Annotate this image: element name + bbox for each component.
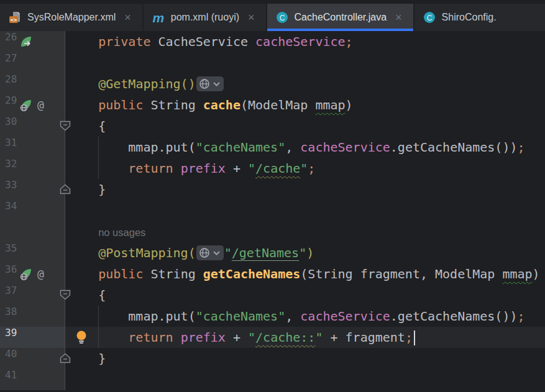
- line-number[interactable]: 32: [5, 158, 17, 170]
- tab-cachecontroller-java[interactable]: CCacheController.java×: [267, 4, 413, 31]
- gutter[interactable]: 33: [0, 179, 65, 200]
- code-token: ": [224, 245, 232, 260]
- code-line-content[interactable]: @GetMapping(): [65, 73, 545, 94]
- line-number[interactable]: 35: [5, 242, 17, 254]
- code-token: /getNames: [232, 245, 299, 260]
- code-line-content[interactable]: return prefix + "/cache::" + fragment;: [65, 327, 545, 348]
- tab-shiroconfig[interactable]: CShiroConfig.: [414, 4, 545, 31]
- gutter[interactable]: 31: [0, 137, 65, 158]
- gutter[interactable]: 28: [0, 73, 65, 94]
- line-number[interactable]: 28: [5, 73, 17, 85]
- spring-mvc-globe-icon[interactable]: [19, 98, 33, 112]
- editor-line-31: 31 mmap.put("cacheNames", cacheService.g…: [0, 137, 545, 158]
- code-token: [173, 330, 181, 345]
- code-token: prefix: [181, 330, 226, 345]
- code-line-content[interactable]: {: [65, 116, 545, 137]
- code-line-content[interactable]: }: [65, 348, 545, 369]
- line-number[interactable]: 34: [5, 200, 17, 212]
- editor-line-40: 40 }: [0, 348, 545, 369]
- at-annotation-icon[interactable]: @: [37, 267, 51, 281]
- tab-sysrolemapper-xml[interactable]: <>SysRoleMapper.xml×: [0, 4, 142, 31]
- spring-bean-arrow-icon[interactable]: [19, 35, 33, 48]
- code-token: public: [98, 98, 143, 112]
- code-line-content[interactable]: public String cache(ModelMap mmap): [65, 94, 545, 116]
- code-line-content[interactable]: no usages: [65, 221, 545, 242]
- code-line-content[interactable]: @PostMapping("/getNames"): [65, 242, 545, 263]
- gutter[interactable]: [0, 221, 65, 242]
- gutter[interactable]: 39: [0, 327, 65, 348]
- at-annotation-icon[interactable]: @: [37, 98, 51, 112]
- code-line-content[interactable]: private CacheService cacheService;: [65, 31, 545, 52]
- url-mapping-badge[interactable]: [196, 76, 224, 91]
- line-number[interactable]: 30: [5, 116, 17, 127]
- line-number[interactable]: 41: [5, 369, 17, 381]
- gutter[interactable]: 38: [0, 306, 65, 327]
- code-line-content[interactable]: }: [65, 179, 545, 200]
- line-number[interactable]: 40: [5, 348, 17, 360]
- code-line-content[interactable]: [65, 200, 545, 221]
- intention-bulb-icon[interactable]: [75, 330, 88, 345]
- code-line-content[interactable]: [65, 52, 545, 73]
- fold-start-marker[interactable]: [60, 121, 71, 131]
- code-line-content[interactable]: mmap.put("cacheNames", cacheService.getC…: [65, 137, 545, 158]
- code-token: /cache::: [255, 330, 315, 345]
- line-number[interactable]: 39: [5, 327, 17, 339]
- code-token: getCacheNames: [203, 267, 301, 281]
- code-token: {: [68, 119, 106, 134]
- gutter[interactable]: 30: [0, 116, 65, 137]
- line-number[interactable]: 33: [5, 179, 17, 191]
- gutter[interactable]: 32: [0, 158, 65, 179]
- gutter[interactable]: 37: [0, 285, 65, 306]
- code-token: {: [68, 288, 106, 303]
- java-class-icon: C: [275, 11, 289, 24]
- gutter[interactable]: 27: [0, 52, 65, 73]
- editor-line-27: 27: [0, 52, 545, 73]
- gutter[interactable]: 34: [0, 200, 65, 221]
- tab-close-icon[interactable]: ×: [248, 12, 255, 23]
- url-mapping-badge[interactable]: [196, 245, 224, 260]
- tab-title: ShiroConfig.: [442, 12, 497, 23]
- tab-close-icon[interactable]: ×: [395, 12, 402, 23]
- tab-pom-xml-ruoyi[interactable]: mpom.xml (ruoyi)×: [144, 4, 266, 31]
- code-token: cacheService: [300, 140, 390, 155]
- code-token: return: [128, 330, 173, 345]
- gutter[interactable]: 35: [0, 242, 65, 263]
- tab-title: CacheController.java: [295, 12, 387, 23]
- gutter[interactable]: 29@: [0, 94, 65, 116]
- svg-text:<>: <>: [11, 17, 17, 23]
- usages-inlay-hint[interactable]: no usages: [98, 227, 145, 238]
- tab-close-icon[interactable]: ×: [124, 12, 131, 23]
- maven-icon: m: [152, 11, 165, 24]
- line-number[interactable]: 26: [5, 31, 17, 43]
- fold-end-marker[interactable]: [60, 353, 71, 363]
- line-number[interactable]: 36: [5, 263, 17, 275]
- code-line-content[interactable]: {: [65, 285, 545, 306]
- fold-end-marker[interactable]: [60, 184, 71, 194]
- spring-mvc-globe-icon[interactable]: [19, 267, 33, 281]
- code-editor[interactable]: 26 private CacheService cacheService;272…: [0, 31, 545, 390]
- code-token: CacheService: [150, 34, 255, 49]
- code-token: "cacheNames": [196, 140, 286, 155]
- editor-line-30: 30 {: [0, 116, 545, 137]
- gutter[interactable]: 26: [0, 31, 65, 52]
- code-token: [68, 76, 98, 91]
- code-line-content[interactable]: return prefix + "/cache";: [65, 158, 545, 179]
- code-line-content[interactable]: mmap.put("cacheNames", cacheService.getC…: [65, 306, 545, 327]
- gutter[interactable]: 36@: [0, 263, 65, 285]
- code-token: mmap.put(: [68, 140, 196, 155]
- code-token: ": [300, 161, 308, 176]
- line-number[interactable]: 31: [5, 137, 17, 148]
- code-line-content[interactable]: [65, 369, 545, 390]
- code-line-content[interactable]: public String getCacheNames(String fragm…: [65, 263, 545, 285]
- line-number[interactable]: 29: [5, 94, 17, 106]
- line-number[interactable]: 27: [5, 52, 17, 64]
- code-token: ): [346, 98, 353, 112]
- gutter[interactable]: 41: [0, 369, 65, 390]
- gutter[interactable]: 40: [0, 348, 65, 369]
- code-token: ": [299, 245, 306, 260]
- code-token: +: [226, 161, 248, 176]
- fold-start-marker[interactable]: [60, 289, 71, 300]
- line-number[interactable]: 38: [5, 306, 17, 317]
- line-number[interactable]: 37: [5, 285, 17, 296]
- code-token: ": [248, 161, 255, 176]
